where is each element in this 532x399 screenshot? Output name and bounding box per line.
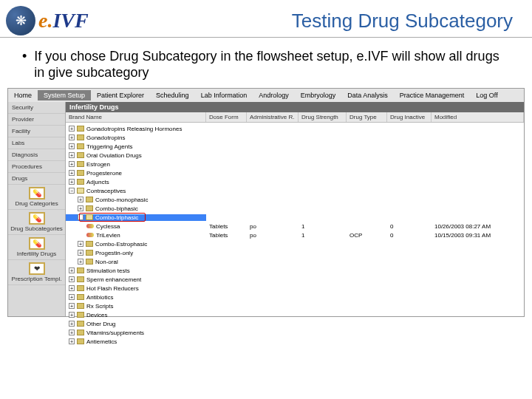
bullet-item: • If you chose Drug Subcategory in the f…: [22, 48, 510, 81]
menu-system-setup[interactable]: System Setup: [38, 90, 91, 100]
folder-icon: [77, 126, 84, 132]
bullet-area: • If you chose Drug Subcategory in the f…: [0, 38, 532, 88]
tree-row[interactable]: +Combo-Estrophasic: [66, 239, 524, 248]
sidebar-item-facility[interactable]: Facility: [8, 126, 65, 137]
tree-row[interactable]: +Hot Flash Reducers: [66, 284, 524, 293]
sidebar-item-infertility-drugs[interactable]: 💊 Infertility Drugs: [8, 235, 65, 260]
plus-icon[interactable]: +: [69, 179, 75, 185]
cell-modified: 10/26/2003 08:27 AM: [432, 223, 524, 230]
tree-row[interactable]: +Other Drug: [66, 319, 524, 328]
tree-row[interactable]: +Progestin-only: [66, 248, 524, 257]
plus-icon[interactable]: +: [69, 267, 75, 273]
tree-row[interactable]: +Gonadotropins Releasing Hormones: [66, 124, 524, 133]
cell-drug-type: OCP: [347, 232, 387, 239]
sidebar-item-prescription-templates[interactable]: ❤ Prescription Templ.: [8, 260, 65, 285]
slide-header: e.IVF Testing Drug Subcategory: [0, 0, 532, 38]
menu-lab-information[interactable]: Lab Information: [195, 90, 253, 100]
cell-admin-route: po: [247, 223, 299, 230]
menu-log-off[interactable]: Log Off: [470, 90, 503, 100]
plus-icon[interactable]: +: [69, 312, 75, 318]
minus-icon[interactable]: −: [69, 188, 75, 194]
menubar: Home System Setup Patient Explorer Sched…: [8, 89, 524, 102]
sidebar-item-provider[interactable]: Provider: [8, 114, 65, 126]
plus-icon[interactable]: +: [69, 321, 75, 327]
tree-row[interactable]: +Estrogen: [66, 160, 524, 168]
plus-icon[interactable]: +: [78, 197, 83, 202]
tree-row[interactable]: +Combo-biphasic: [66, 204, 524, 213]
plus-icon[interactable]: +: [69, 126, 75, 132]
tree-row[interactable]: +Non-oral: [66, 257, 524, 266]
tree-node-label: Progestin-only: [95, 250, 133, 256]
folder-icon: [86, 197, 93, 202]
col-admin-route[interactable]: Administrative R.: [247, 112, 299, 122]
plus-icon[interactable]: +: [69, 330, 75, 335]
plus-icon[interactable]: +: [78, 259, 83, 265]
tree-row[interactable]: +Antiemetics: [66, 337, 524, 346]
sidebar-item-drug-categories[interactable]: 💊 Drug Categories: [8, 185, 65, 210]
minus-icon[interactable]: −: [78, 214, 83, 220]
sidebar-item-diagnosis[interactable]: Diagnosis: [8, 149, 65, 161]
menu-home[interactable]: Home: [8, 90, 38, 100]
drug-row[interactable]: Cyclessa Tablets po 1 0 10/26/2003 08:27…: [66, 222, 524, 231]
plus-icon[interactable]: +: [69, 143, 75, 149]
tree-row[interactable]: +Vitamins/supplements: [66, 328, 524, 337]
plus-icon[interactable]: +: [69, 134, 75, 140]
plus-icon[interactable]: +: [78, 250, 83, 256]
plus-icon[interactable]: +: [69, 170, 75, 176]
tree-row[interactable]: +Stimulation tests: [66, 266, 524, 275]
tree-row[interactable]: +Devices: [66, 310, 524, 319]
sidebar-item-drugs[interactable]: Drugs: [8, 173, 65, 185]
plus-icon[interactable]: +: [69, 161, 75, 167]
plus-icon[interactable]: +: [69, 303, 75, 309]
logo-badge-icon: [6, 6, 35, 35]
sidebar-item-labs[interactable]: Labs: [8, 137, 65, 149]
plus-icon[interactable]: +: [69, 338, 75, 344]
folder-icon: [77, 134, 84, 140]
plus-icon[interactable]: +: [78, 241, 83, 247]
sidebar-item-label: Prescription Templ.: [12, 276, 62, 282]
tree-row-contraceptives[interactable]: −Contraceptives: [66, 186, 524, 195]
col-drug-type[interactable]: Drug Type: [347, 112, 387, 122]
menu-patient-explorer[interactable]: Patient Explorer: [91, 90, 150, 100]
menu-practice-management[interactable]: Practice Management: [394, 90, 471, 100]
plus-icon[interactable]: +: [69, 285, 75, 291]
tree-row[interactable]: +Triggering Agents: [66, 142, 524, 151]
col-dose-form[interactable]: Dose Form: [206, 112, 247, 122]
tree-row[interactable]: +Antibiotics: [66, 293, 524, 301]
col-modified[interactable]: Modified: [432, 112, 524, 122]
menu-scheduling[interactable]: Scheduling: [150, 90, 195, 100]
tree-node-label: Combo-Estrophasic: [95, 241, 147, 248]
folder-icon: [77, 267, 84, 273]
tree-row[interactable]: +Oral Ovulation Drugs: [66, 151, 524, 160]
logo-e: e.: [38, 9, 52, 32]
menu-embryology[interactable]: Embryology: [295, 90, 342, 100]
menu-data-analysis[interactable]: Data Analysis: [341, 90, 394, 100]
menu-andrology[interactable]: Andrology: [253, 90, 295, 100]
tree-row[interactable]: +Adjuncts: [66, 177, 524, 186]
plus-icon[interactable]: +: [69, 276, 75, 282]
app-window: Home System Setup Patient Explorer Sched…: [7, 88, 525, 317]
col-drug-strength[interactable]: Drug Strength: [299, 112, 347, 122]
col-brand-name[interactable]: Brand Name: [66, 112, 206, 122]
tree-row[interactable]: +Rx Scripts: [66, 301, 524, 310]
folder-icon: [77, 321, 84, 327]
plus-icon[interactable]: +: [69, 294, 75, 300]
folder-icon: [86, 241, 93, 247]
sidebar-item-drug-subcategories[interactable]: 💊 Drug Subcategories: [8, 210, 65, 235]
tree-row[interactable]: +Gonadotropins: [66, 133, 524, 142]
logo: e.IVF: [6, 6, 89, 35]
plus-icon[interactable]: +: [69, 152, 75, 158]
col-drug-inactive[interactable]: Drug Inactive: [387, 112, 432, 122]
plus-icon[interactable]: +: [78, 205, 83, 211]
tree-node-label: Devices: [86, 312, 107, 318]
tree-row[interactable]: +Combo-monophasic: [66, 195, 524, 204]
sidebar-item-security[interactable]: Security: [8, 102, 65, 114]
tree-row-combo-triphasic[interactable]: −Combo-triphasic: [66, 213, 524, 222]
logo-text: e.IVF: [38, 9, 89, 33]
drug-row[interactable]: TriLevlen Tablets po 1 OCP 0 10/15/2003 …: [66, 231, 524, 239]
tree-row[interactable]: +Sperm enhancement: [66, 275, 524, 284]
page-title: Testing Drug Subcategory: [292, 10, 520, 33]
folder-icon: [77, 179, 84, 185]
tree-row[interactable]: +Progesterone: [66, 168, 524, 177]
sidebar-item-procedures[interactable]: Procedures: [8, 161, 65, 173]
